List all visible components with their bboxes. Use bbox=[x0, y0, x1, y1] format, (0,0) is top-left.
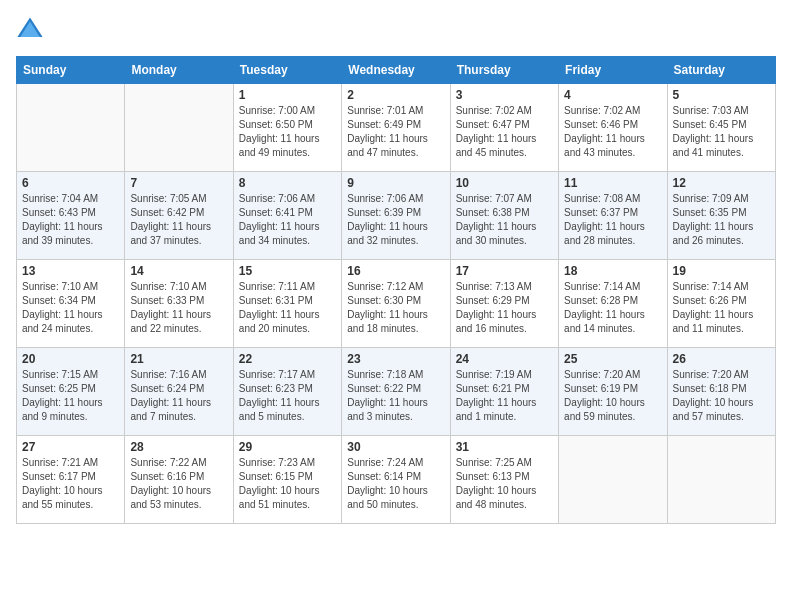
day-info: Sunrise: 7:02 AM Sunset: 6:46 PM Dayligh… bbox=[564, 104, 661, 160]
week-row-4: 20Sunrise: 7:15 AM Sunset: 6:25 PM Dayli… bbox=[17, 348, 776, 436]
day-number: 14 bbox=[130, 264, 227, 278]
day-number: 29 bbox=[239, 440, 336, 454]
header-thursday: Thursday bbox=[450, 57, 558, 84]
day-info: Sunrise: 7:15 AM Sunset: 6:25 PM Dayligh… bbox=[22, 368, 119, 424]
header-saturday: Saturday bbox=[667, 57, 775, 84]
calendar-cell: 7Sunrise: 7:05 AM Sunset: 6:42 PM Daylig… bbox=[125, 172, 233, 260]
day-number: 1 bbox=[239, 88, 336, 102]
calendar-cell bbox=[667, 436, 775, 524]
header-friday: Friday bbox=[559, 57, 667, 84]
day-number: 2 bbox=[347, 88, 444, 102]
day-info: Sunrise: 7:11 AM Sunset: 6:31 PM Dayligh… bbox=[239, 280, 336, 336]
day-number: 11 bbox=[564, 176, 661, 190]
calendar-cell: 1Sunrise: 7:00 AM Sunset: 6:50 PM Daylig… bbox=[233, 84, 341, 172]
day-info: Sunrise: 7:06 AM Sunset: 6:41 PM Dayligh… bbox=[239, 192, 336, 248]
day-number: 3 bbox=[456, 88, 553, 102]
day-info: Sunrise: 7:24 AM Sunset: 6:14 PM Dayligh… bbox=[347, 456, 444, 512]
day-info: Sunrise: 7:23 AM Sunset: 6:15 PM Dayligh… bbox=[239, 456, 336, 512]
day-info: Sunrise: 7:16 AM Sunset: 6:24 PM Dayligh… bbox=[130, 368, 227, 424]
calendar-cell: 3Sunrise: 7:02 AM Sunset: 6:47 PM Daylig… bbox=[450, 84, 558, 172]
calendar-cell: 23Sunrise: 7:18 AM Sunset: 6:22 PM Dayli… bbox=[342, 348, 450, 436]
day-info: Sunrise: 7:05 AM Sunset: 6:42 PM Dayligh… bbox=[130, 192, 227, 248]
calendar-cell: 30Sunrise: 7:24 AM Sunset: 6:14 PM Dayli… bbox=[342, 436, 450, 524]
header-sunday: Sunday bbox=[17, 57, 125, 84]
day-number: 13 bbox=[22, 264, 119, 278]
day-number: 24 bbox=[456, 352, 553, 366]
day-number: 21 bbox=[130, 352, 227, 366]
day-info: Sunrise: 7:10 AM Sunset: 6:33 PM Dayligh… bbox=[130, 280, 227, 336]
calendar-cell: 21Sunrise: 7:16 AM Sunset: 6:24 PM Dayli… bbox=[125, 348, 233, 436]
calendar-cell bbox=[559, 436, 667, 524]
day-number: 9 bbox=[347, 176, 444, 190]
calendar-cell: 13Sunrise: 7:10 AM Sunset: 6:34 PM Dayli… bbox=[17, 260, 125, 348]
day-number: 4 bbox=[564, 88, 661, 102]
day-info: Sunrise: 7:21 AM Sunset: 6:17 PM Dayligh… bbox=[22, 456, 119, 512]
day-info: Sunrise: 7:14 AM Sunset: 6:28 PM Dayligh… bbox=[564, 280, 661, 336]
day-number: 15 bbox=[239, 264, 336, 278]
calendar-cell: 27Sunrise: 7:21 AM Sunset: 6:17 PM Dayli… bbox=[17, 436, 125, 524]
day-info: Sunrise: 7:02 AM Sunset: 6:47 PM Dayligh… bbox=[456, 104, 553, 160]
day-number: 5 bbox=[673, 88, 770, 102]
calendar-cell: 31Sunrise: 7:25 AM Sunset: 6:13 PM Dayli… bbox=[450, 436, 558, 524]
calendar-cell: 11Sunrise: 7:08 AM Sunset: 6:37 PM Dayli… bbox=[559, 172, 667, 260]
calendar-cell: 10Sunrise: 7:07 AM Sunset: 6:38 PM Dayli… bbox=[450, 172, 558, 260]
calendar-cell: 14Sunrise: 7:10 AM Sunset: 6:33 PM Dayli… bbox=[125, 260, 233, 348]
calendar-cell: 18Sunrise: 7:14 AM Sunset: 6:28 PM Dayli… bbox=[559, 260, 667, 348]
day-number: 12 bbox=[673, 176, 770, 190]
calendar-cell: 25Sunrise: 7:20 AM Sunset: 6:19 PM Dayli… bbox=[559, 348, 667, 436]
day-number: 18 bbox=[564, 264, 661, 278]
week-row-1: 1Sunrise: 7:00 AM Sunset: 6:50 PM Daylig… bbox=[17, 84, 776, 172]
day-info: Sunrise: 7:18 AM Sunset: 6:22 PM Dayligh… bbox=[347, 368, 444, 424]
calendar-cell: 17Sunrise: 7:13 AM Sunset: 6:29 PM Dayli… bbox=[450, 260, 558, 348]
calendar-cell bbox=[125, 84, 233, 172]
calendar-cell: 19Sunrise: 7:14 AM Sunset: 6:26 PM Dayli… bbox=[667, 260, 775, 348]
day-info: Sunrise: 7:25 AM Sunset: 6:13 PM Dayligh… bbox=[456, 456, 553, 512]
calendar-cell: 2Sunrise: 7:01 AM Sunset: 6:49 PM Daylig… bbox=[342, 84, 450, 172]
day-info: Sunrise: 7:08 AM Sunset: 6:37 PM Dayligh… bbox=[564, 192, 661, 248]
day-info: Sunrise: 7:01 AM Sunset: 6:49 PM Dayligh… bbox=[347, 104, 444, 160]
day-number: 10 bbox=[456, 176, 553, 190]
day-info: Sunrise: 7:10 AM Sunset: 6:34 PM Dayligh… bbox=[22, 280, 119, 336]
calendar-cell: 12Sunrise: 7:09 AM Sunset: 6:35 PM Dayli… bbox=[667, 172, 775, 260]
calendar-cell: 16Sunrise: 7:12 AM Sunset: 6:30 PM Dayli… bbox=[342, 260, 450, 348]
day-info: Sunrise: 7:19 AM Sunset: 6:21 PM Dayligh… bbox=[456, 368, 553, 424]
day-number: 6 bbox=[22, 176, 119, 190]
day-number: 26 bbox=[673, 352, 770, 366]
calendar-header-row: SundayMondayTuesdayWednesdayThursdayFrid… bbox=[17, 57, 776, 84]
day-number: 25 bbox=[564, 352, 661, 366]
day-number: 20 bbox=[22, 352, 119, 366]
day-info: Sunrise: 7:12 AM Sunset: 6:30 PM Dayligh… bbox=[347, 280, 444, 336]
day-info: Sunrise: 7:20 AM Sunset: 6:19 PM Dayligh… bbox=[564, 368, 661, 424]
day-number: 16 bbox=[347, 264, 444, 278]
calendar-cell: 9Sunrise: 7:06 AM Sunset: 6:39 PM Daylig… bbox=[342, 172, 450, 260]
calendar-cell: 29Sunrise: 7:23 AM Sunset: 6:15 PM Dayli… bbox=[233, 436, 341, 524]
day-info: Sunrise: 7:17 AM Sunset: 6:23 PM Dayligh… bbox=[239, 368, 336, 424]
day-number: 7 bbox=[130, 176, 227, 190]
calendar-cell: 5Sunrise: 7:03 AM Sunset: 6:45 PM Daylig… bbox=[667, 84, 775, 172]
day-info: Sunrise: 7:13 AM Sunset: 6:29 PM Dayligh… bbox=[456, 280, 553, 336]
calendar-cell: 22Sunrise: 7:17 AM Sunset: 6:23 PM Dayli… bbox=[233, 348, 341, 436]
day-number: 30 bbox=[347, 440, 444, 454]
day-info: Sunrise: 7:00 AM Sunset: 6:50 PM Dayligh… bbox=[239, 104, 336, 160]
calendar-cell: 28Sunrise: 7:22 AM Sunset: 6:16 PM Dayli… bbox=[125, 436, 233, 524]
week-row-2: 6Sunrise: 7:04 AM Sunset: 6:43 PM Daylig… bbox=[17, 172, 776, 260]
day-number: 8 bbox=[239, 176, 336, 190]
header-tuesday: Tuesday bbox=[233, 57, 341, 84]
day-number: 27 bbox=[22, 440, 119, 454]
day-info: Sunrise: 7:22 AM Sunset: 6:16 PM Dayligh… bbox=[130, 456, 227, 512]
day-number: 31 bbox=[456, 440, 553, 454]
calendar-cell: 15Sunrise: 7:11 AM Sunset: 6:31 PM Dayli… bbox=[233, 260, 341, 348]
day-info: Sunrise: 7:04 AM Sunset: 6:43 PM Dayligh… bbox=[22, 192, 119, 248]
day-info: Sunrise: 7:09 AM Sunset: 6:35 PM Dayligh… bbox=[673, 192, 770, 248]
calendar-cell: 24Sunrise: 7:19 AM Sunset: 6:21 PM Dayli… bbox=[450, 348, 558, 436]
calendar-cell: 26Sunrise: 7:20 AM Sunset: 6:18 PM Dayli… bbox=[667, 348, 775, 436]
header-wednesday: Wednesday bbox=[342, 57, 450, 84]
day-info: Sunrise: 7:03 AM Sunset: 6:45 PM Dayligh… bbox=[673, 104, 770, 160]
week-row-5: 27Sunrise: 7:21 AM Sunset: 6:17 PM Dayli… bbox=[17, 436, 776, 524]
day-number: 28 bbox=[130, 440, 227, 454]
day-number: 19 bbox=[673, 264, 770, 278]
calendar-cell: 4Sunrise: 7:02 AM Sunset: 6:46 PM Daylig… bbox=[559, 84, 667, 172]
week-row-3: 13Sunrise: 7:10 AM Sunset: 6:34 PM Dayli… bbox=[17, 260, 776, 348]
day-info: Sunrise: 7:14 AM Sunset: 6:26 PM Dayligh… bbox=[673, 280, 770, 336]
day-number: 22 bbox=[239, 352, 336, 366]
